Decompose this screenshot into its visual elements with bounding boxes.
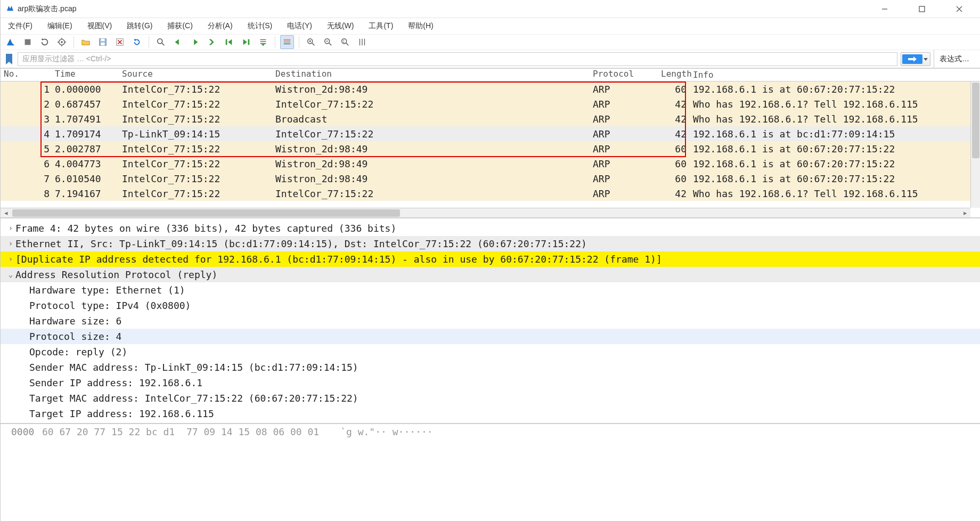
col-source[interactable]: Source: [119, 69, 272, 81]
menu-bar: 文件(F) 编辑(E) 视图(V) 跳转(G) 捕获(C) 分析(A) 统计(S…: [1, 18, 980, 34]
colorize-icon[interactable]: [280, 35, 294, 49]
toolbar: 1: [1, 34, 980, 50]
close-button[interactable]: [947, 1, 971, 17]
packet-row[interactable]: 20.687457IntelCor_77:15:22IntelCor_77:15…: [1, 96, 970, 111]
zoom-reset-icon[interactable]: 1: [338, 35, 352, 49]
tree-field[interactable]: Opcode: reply (2): [1, 344, 980, 360]
cell-source: IntelCor_77:15:22: [119, 158, 272, 169]
cell-destination: IntelCor_77:15:22: [272, 128, 590, 140]
go-last-icon[interactable]: [239, 35, 253, 49]
filter-apply-button[interactable]: [901, 52, 930, 66]
cell-source: IntelCor_77:15:22: [119, 113, 272, 125]
packet-bytes-pane[interactable]: 0000 60 67 20 77 15 22 bc d1 77 09 14 15…: [1, 424, 980, 440]
packet-row[interactable]: 10.000000IntelCor_77:15:22Wistron_2d:98:…: [1, 82, 970, 96]
restart-capture-icon[interactable]: [38, 35, 52, 49]
capture-options-icon[interactable]: [55, 35, 69, 49]
col-length[interactable]: Length: [658, 69, 690, 81]
packet-row[interactable]: 87.194167IntelCor_77:15:22IntelCor_77:15…: [1, 186, 970, 201]
save-file-icon[interactable]: [96, 35, 110, 49]
tree-item-frame[interactable]: ›Frame 4: 42 bytes on wire (336 bits), 4…: [1, 221, 980, 236]
packet-row[interactable]: 76.010540IntelCor_77:15:22Wistron_2d:98:…: [1, 171, 970, 186]
stop-capture-icon[interactable]: [21, 35, 35, 49]
toolbar-separator: [149, 36, 149, 48]
packet-list-pane: No. Time Source Destination Protocol Len…: [1, 68, 980, 217]
vertical-scrollbar[interactable]: [970, 82, 980, 208]
go-first-icon[interactable]: [222, 35, 236, 49]
app-icon: [6, 4, 18, 14]
menu-edit[interactable]: 编辑(E): [47, 20, 72, 32]
cell-length: 60: [658, 143, 690, 154]
tree-item-arp[interactable]: ⌄Address Resolution Protocol (reply): [1, 267, 980, 282]
shark-fin-icon[interactable]: [4, 35, 18, 49]
cell-time: 0.000000: [52, 84, 119, 95]
resize-columns-icon[interactable]: [355, 35, 369, 49]
menu-help[interactable]: 帮助(H): [408, 20, 433, 32]
packet-row[interactable]: 52.002787IntelCor_77:15:22Wistron_2d:98:…: [1, 141, 970, 156]
menu-file[interactable]: 文件(F): [8, 20, 32, 32]
tree-item-ethernet[interactable]: ›Ethernet II, Src: Tp-LinkT_09:14:15 (bc…: [1, 236, 980, 251]
packet-row[interactable]: 41.709174Tp-LinkT_09:14:15IntelCor_77:15…: [1, 126, 970, 141]
tree-field[interactable]: Sender IP address: 192.168.6.1: [1, 375, 980, 390]
tree-field[interactable]: Hardware type: Ethernet (1): [1, 282, 980, 298]
col-no[interactable]: No.: [1, 69, 52, 81]
menu-go[interactable]: 跳转(G): [127, 20, 152, 32]
close-file-icon[interactable]: [113, 35, 127, 49]
minimize-button[interactable]: [872, 1, 897, 17]
tree-field[interactable]: Protocol type: IPv4 (0x0800): [1, 298, 980, 313]
col-info[interactable]: Info: [690, 70, 980, 80]
horizontal-scrollbar[interactable]: ◂▸: [1, 208, 970, 217]
cell-protocol: ARP: [590, 113, 658, 125]
tree-field[interactable]: Protocol size: 4: [1, 329, 980, 344]
chevron-down-icon[interactable]: [922, 57, 929, 61]
expression-button[interactable]: 表达式…: [934, 50, 977, 68]
svg-line-35: [346, 43, 349, 46]
svg-text:1: 1: [343, 39, 345, 43]
bytes-ascii: `g w."·· w······: [340, 426, 432, 440]
tree-field[interactable]: Hardware size: 6: [1, 313, 980, 329]
col-protocol[interactable]: Protocol: [590, 69, 658, 81]
tree-field[interactable]: Sender MAC address: Tp-LinkT_09:14:15 (b…: [1, 360, 980, 375]
cell-destination: Broadcast: [272, 113, 590, 125]
menu-wireless[interactable]: 无线(W): [327, 20, 354, 32]
menu-tools[interactable]: 工具(T): [369, 20, 393, 32]
menu-capture[interactable]: 捕获(C): [167, 20, 192, 32]
cell-destination: Wistron_2d:98:49: [272, 158, 590, 169]
tree-field[interactable]: Target IP address: 192.168.6.115: [1, 406, 980, 421]
svg-rect-12: [101, 39, 104, 42]
cell-protocol: ARP: [590, 99, 658, 110]
menu-stats[interactable]: 统计(S): [248, 20, 273, 32]
col-time[interactable]: Time: [52, 69, 119, 81]
packet-row[interactable]: 31.707491IntelCor_77:15:22BroadcastARP42…: [1, 111, 970, 126]
cell-time: 2.002787: [52, 143, 119, 154]
cell-time: 7.194167: [52, 188, 119, 199]
find-packet-icon[interactable]: [154, 35, 168, 49]
cell-source: IntelCor_77:15:22: [119, 188, 272, 199]
cell-info: Who has 192.168.6.1? Tell 192.168.6.115: [690, 99, 970, 110]
maximize-button[interactable]: [910, 1, 934, 17]
cell-no: 7: [1, 173, 52, 184]
menu-analyze[interactable]: 分析(A): [208, 20, 233, 32]
bookmark-icon[interactable]: [4, 52, 14, 66]
tree-field[interactable]: Target MAC address: IntelCor_77:15:22 (6…: [1, 390, 980, 406]
open-file-icon[interactable]: [79, 35, 93, 49]
packet-details-pane[interactable]: ›Frame 4: 42 bytes on wire (336 bits), 4…: [1, 217, 980, 424]
auto-scroll-icon[interactable]: [256, 35, 270, 49]
cell-length: 60: [658, 158, 690, 169]
zoom-out-icon[interactable]: [321, 35, 335, 49]
col-destination[interactable]: Destination: [272, 69, 590, 81]
svg-rect-20: [248, 39, 250, 45]
go-forward-icon[interactable]: [188, 35, 202, 49]
packet-row[interactable]: 64.004773IntelCor_77:15:22Wistron_2d:98:…: [1, 156, 970, 171]
menu-view[interactable]: 视图(V): [87, 20, 112, 32]
zoom-in-icon[interactable]: [304, 35, 318, 49]
reload-icon[interactable]: [130, 35, 144, 49]
menu-telephony[interactable]: 电话(Y): [287, 20, 312, 32]
go-to-packet-icon[interactable]: [205, 35, 219, 49]
cell-length: 42: [658, 188, 690, 199]
tree-item-duplicate-ip[interactable]: ›[Duplicate IP address detected for 192.…: [1, 251, 980, 267]
svg-rect-26: [284, 43, 291, 45]
cell-length: 42: [658, 113, 690, 125]
display-filter-input[interactable]: 应用显示过滤器 … <Ctrl-/>: [18, 52, 897, 66]
go-back-icon[interactable]: [171, 35, 185, 49]
packet-list-body[interactable]: 10.000000IntelCor_77:15:22Wistron_2d:98:…: [1, 82, 970, 208]
